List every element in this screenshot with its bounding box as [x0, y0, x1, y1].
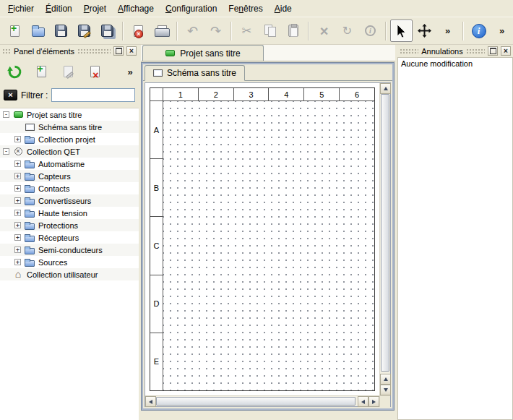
- open-project-button[interactable]: [27, 20, 49, 42]
- close-file-button[interactable]: ×: [127, 20, 150, 42]
- menu-affichage[interactable]: Affichage: [112, 1, 160, 16]
- vscroll-track[interactable]: [380, 94, 390, 374]
- tree-item-contacts[interactable]: +Contacts: [0, 182, 139, 194]
- filter-input[interactable]: [51, 88, 135, 102]
- paste-button[interactable]: [282, 20, 304, 42]
- expander-minus-icon[interactable]: -: [3, 148, 9, 155]
- filter-label: Filtrer :: [21, 90, 48, 100]
- expander-plus-icon[interactable]: +: [14, 197, 21, 204]
- element-info-button[interactable]: i: [359, 20, 381, 42]
- menu-projet[interactable]: Projet: [78, 1, 112, 16]
- scroll-right-button[interactable]: [368, 396, 379, 407]
- rotate-button[interactable]: ↻: [336, 20, 358, 42]
- tree-item-sources[interactable]: +Sources: [0, 256, 139, 268]
- down-arrow-icon: [384, 388, 388, 392]
- expander-plus-icon[interactable]: +: [14, 247, 21, 253]
- new-file-button[interactable]: +: [4, 20, 26, 42]
- expander-plus-icon[interactable]: +: [14, 160, 21, 167]
- vertical-scrollbar[interactable]: [379, 83, 390, 395]
- dock-grip[interactable]: [2, 48, 11, 54]
- folder-icon: [24, 209, 35, 218]
- tab-diagram[interactable]: Schéma sans titre: [145, 65, 245, 81]
- close-undo-button[interactable]: [501, 46, 511, 56]
- delete-button[interactable]: ×: [313, 20, 335, 42]
- tree-item-semi-conducteurs[interactable]: +Semi-conducteurs: [0, 244, 139, 256]
- dock-grip[interactable]: [400, 48, 418, 54]
- scroll-left-button-2[interactable]: [358, 396, 368, 407]
- tree-item-label: Récepteurs: [38, 233, 79, 242]
- dock-grip[interactable]: [77, 48, 111, 54]
- tree-item-schema-sans-titre[interactable]: Schéma sans titre: [0, 121, 139, 133]
- elements-panel-header[interactable]: Panel d'éléments: [0, 45, 139, 57]
- row-label: A: [150, 101, 163, 158]
- horizontal-scrollbar[interactable]: [145, 396, 379, 406]
- menu-aide[interactable]: Aide: [269, 1, 298, 16]
- close-panel-button[interactable]: [126, 46, 137, 56]
- scroll-up-button[interactable]: [380, 83, 391, 94]
- tree-item-convertisseurs[interactable]: +Convertisseurs: [0, 194, 139, 207]
- copy-button[interactable]: [259, 20, 281, 42]
- tree-item-label: Convertisseurs: [38, 197, 91, 205]
- new-element-button[interactable]: +: [30, 60, 53, 83]
- undo-button[interactable]: ↶: [181, 20, 204, 42]
- cut-button[interactable]: ✂: [236, 20, 258, 42]
- scroll-left-button[interactable]: [145, 396, 156, 407]
- tree-item-collection-projet[interactable]: +Collection projet: [0, 133, 139, 145]
- expander-plus-icon[interactable]: +: [14, 210, 21, 216]
- save-as-button[interactable]: [73, 20, 95, 42]
- expander-minus-icon[interactable]: -: [3, 111, 9, 118]
- hscroll-track[interactable]: [156, 396, 358, 406]
- tree-item-projet-sans-titre[interactable]: -Projet sans titre: [0, 108, 139, 121]
- menu-configuration[interactable]: Configuration: [160, 1, 223, 16]
- expander-plus-icon[interactable]: +: [14, 173, 21, 179]
- tree-item-collection-utilisateur[interactable]: ⌂Collection utilisateur: [0, 268, 139, 280]
- toolbar-extension-button[interactable]: »: [436, 20, 459, 42]
- toolbar-extension-2-button[interactable]: »: [491, 20, 513, 42]
- pan-mode-button[interactable]: [413, 20, 436, 42]
- about-button[interactable]: i: [467, 20, 490, 42]
- vscroll-thumb[interactable]: [381, 94, 389, 372]
- undo-history-list[interactable]: Aucune modification: [397, 57, 513, 420]
- tree-item-recepteurs[interactable]: +Récepteurs: [0, 231, 139, 244]
- save-all-button[interactable]: [96, 20, 118, 42]
- dock-grip[interactable]: [466, 48, 485, 54]
- save-button[interactable]: [50, 20, 72, 42]
- tree-item-haute-tension[interactable]: +Haute tension: [0, 207, 139, 219]
- delete-element-button[interactable]: ×: [83, 60, 106, 83]
- menu-fichier[interactable]: Fichier: [2, 1, 40, 16]
- expander-plus-icon[interactable]: +: [14, 185, 21, 192]
- scroll-up-button-2[interactable]: [380, 374, 391, 385]
- grid-canvas[interactable]: [163, 101, 374, 390]
- tree-item-protections[interactable]: +Protections: [0, 219, 139, 231]
- elements-tree: -Projet sans titreSchéma sans titre+Coll…: [0, 108, 139, 420]
- float-undo-button[interactable]: [488, 46, 498, 56]
- info-blue-icon: i: [472, 24, 486, 38]
- tree-item-automatisme[interactable]: +Automatisme: [0, 158, 139, 170]
- column-label: 3: [233, 88, 269, 100]
- expander-plus-icon[interactable]: +: [14, 136, 21, 142]
- menu-fenetres[interactable]: Fenêtres: [223, 1, 268, 16]
- expander-plus-icon[interactable]: +: [14, 234, 21, 241]
- panel-extension-button[interactable]: »: [124, 64, 136, 80]
- refresh-icon: [7, 64, 22, 80]
- expander-plus-icon[interactable]: +: [14, 222, 21, 228]
- menu-edition[interactable]: Édition: [40, 1, 78, 16]
- tree-item-label: Contacts: [38, 184, 69, 193]
- expander-plus-icon[interactable]: +: [14, 259, 21, 265]
- tab-project[interactable]: Projet sans titre: [142, 45, 264, 61]
- diagram-scene[interactable]: 123456 ABCDE: [145, 83, 379, 395]
- undo-panel-header[interactable]: Annulations: [397, 45, 513, 57]
- tree-item-collection-qet[interactable]: -×Collection QET: [0, 145, 139, 158]
- print-button[interactable]: [150, 20, 173, 42]
- tree-item-label: Collection QET: [27, 147, 80, 156]
- reload-collections-button[interactable]: [3, 60, 26, 83]
- tree-item-capteurs[interactable]: +Capteurs: [0, 170, 139, 182]
- float-panel-button[interactable]: [113, 46, 124, 56]
- edit-element-button[interactable]: [56, 60, 79, 83]
- clear-filter-icon[interactable]: [4, 90, 17, 100]
- scroll-down-button[interactable]: [380, 385, 391, 395]
- select-mode-button[interactable]: [390, 20, 413, 42]
- hscroll-thumb[interactable]: [156, 397, 355, 406]
- redo-button[interactable]: ↷: [204, 20, 227, 42]
- undo-panel-title: Annulations: [421, 47, 463, 56]
